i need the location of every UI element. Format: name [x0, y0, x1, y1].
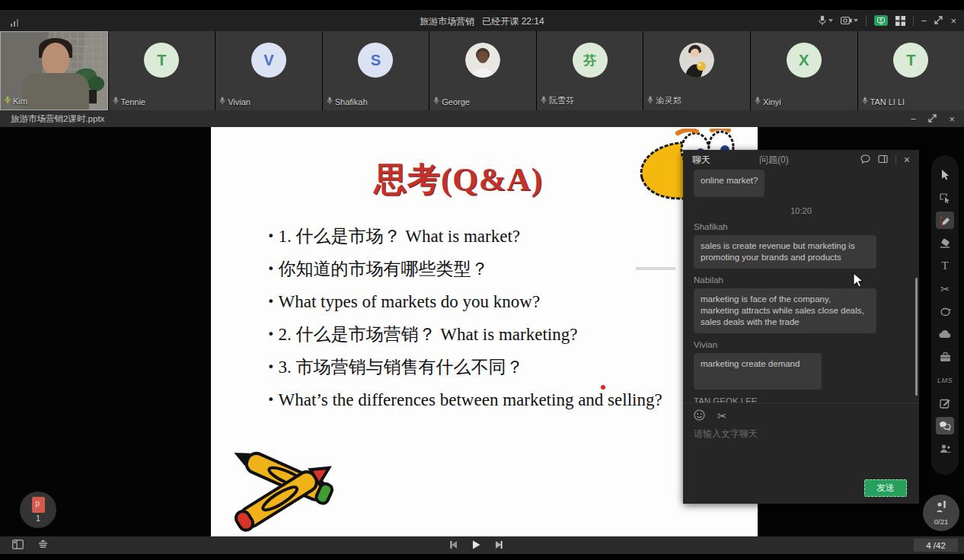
chat-panel: 聊天 问题(0) × online market? 10:20 Shafikah… [683, 150, 919, 504]
annotation-dot [601, 385, 605, 390]
participant-name: Shafikah [335, 97, 368, 107]
mouse-cursor [853, 272, 865, 291]
layout-lines-icon[interactable] [37, 539, 49, 552]
participant-name: Tennie [121, 97, 145, 107]
eraser-icon[interactable] [936, 234, 954, 252]
participant-tile-shafikah[interactable]: S Shafikah [323, 31, 429, 110]
raise-hand-count: 0/21 [934, 517, 949, 526]
mic-muted-icon [862, 97, 868, 107]
participant-name: Xinyi [763, 97, 781, 107]
chat-toggle-icon[interactable] [936, 417, 954, 434]
participant-tile-george[interactable]: George [429, 31, 536, 110]
slide-bullet: What’s the differences between marketing… [267, 387, 713, 413]
screen-share-icon[interactable] [874, 15, 888, 26]
tab-questions[interactable]: 问题(0) [759, 154, 789, 167]
meeting-name: 旅游市场营销 [420, 16, 474, 27]
chat-input-field[interactable]: 请输入文字聊天 [694, 428, 758, 441]
mic-muted-icon [113, 97, 119, 107]
avatar: T [893, 43, 928, 78]
chat-close-icon[interactable]: × [904, 154, 910, 166]
cloud-icon[interactable] [936, 326, 954, 343]
chat-message-list[interactable]: online market? 10:20 Shafikah sales is c… [694, 170, 908, 402]
mic-button[interactable] [818, 15, 833, 26]
chat-sender: Vivian [694, 340, 908, 349]
divider [913, 15, 914, 26]
tab-chat[interactable]: 聊天 [692, 154, 710, 167]
doc-maximize-button[interactable] [928, 112, 937, 126]
video-person-head [42, 43, 69, 76]
laser-pointer-icon[interactable] [936, 189, 954, 206]
mic-caret-icon[interactable] [828, 19, 833, 22]
chat-message: sales is create revenue but marketing is… [694, 235, 876, 269]
avatar: V [251, 43, 286, 78]
annotate-edit-icon[interactable] [936, 394, 954, 412]
avatar: 芬 [573, 43, 608, 78]
screenshot-scissors-icon[interactable]: ✂ [717, 409, 727, 423]
gallery-view-icon[interactable] [895, 16, 905, 26]
document-window-titlebar: 旅游市场营销2课时.pptx − × [0, 110, 964, 127]
avatar: S [358, 43, 393, 78]
lms-icon[interactable]: LMS [936, 371, 954, 389]
participant-name: 阮雪芬 [549, 95, 574, 107]
cursor-tool-icon[interactable] [936, 166, 954, 183]
slide[interactable]: 思考(Q&A) 1. 什么是市场？ What is market? 你知道的市场… [211, 127, 758, 536]
participants-icon[interactable] [936, 440, 954, 457]
participant-name: TAN LI LI [870, 97, 905, 107]
text-tool-icon[interactable]: T [936, 257, 954, 275]
close-button[interactable]: × [950, 16, 956, 26]
sidebar-panel-icon[interactable] [12, 539, 24, 552]
scissors-tool-icon[interactable]: ✂ [936, 280, 954, 298]
popout-panel-icon[interactable] [878, 153, 888, 167]
toolbox-icon[interactable] [936, 348, 954, 366]
doc-minimize-button[interactable]: − [911, 113, 917, 125]
play-button[interactable] [472, 539, 480, 552]
video-bg-plant [88, 76, 104, 91]
participant-name: George [442, 97, 470, 107]
mic-muted-icon [327, 97, 333, 107]
divider [895, 155, 896, 164]
participant-tile-vivian[interactable]: V Vivian [215, 31, 322, 110]
pen-tool-icon[interactable] [936, 212, 954, 229]
crayons-clipart [211, 438, 356, 535]
presentation-bottombar: 4 /42 [0, 536, 964, 554]
chat-message: marketing is face of the company, market… [694, 288, 876, 333]
next-slide-button[interactable] [494, 539, 503, 552]
chat-bubble-icon[interactable] [860, 153, 870, 167]
slide-bullet: 3. 市场营销与销售有什么不同？ [267, 355, 713, 380]
send-button[interactable]: 发送 [864, 479, 907, 497]
participant-tile-kim[interactable]: A Kim [0, 31, 108, 110]
chat-message-partial: online market? [694, 170, 764, 197]
minimize-button[interactable]: − [921, 16, 927, 26]
participant-name: 渝灵郑 [656, 95, 681, 107]
avatar-initial: S [371, 52, 381, 69]
chat-sender: TAN GEOK LEE [694, 396, 908, 402]
participant-name: Vivian [228, 97, 251, 107]
participant-tile-tennie[interactable]: T Tennie [109, 31, 215, 110]
shared-document-button[interactable]: 1 [20, 492, 56, 528]
camera-button[interactable] [841, 16, 858, 25]
maximize-button[interactable] [934, 16, 943, 26]
slide-bullet: 2. 什么是市场营销？ What is marketing? [267, 322, 713, 348]
camera-caret-icon[interactable] [854, 19, 858, 22]
divider [866, 15, 867, 26]
avatar-initial: X [799, 52, 809, 69]
avatar: X [787, 43, 822, 78]
shared-doc-count: 1 [36, 514, 40, 523]
participant-tile-ruanxuefen[interactable]: 芬 阮雪芬 [537, 31, 643, 110]
participant-tile-xinyi[interactable]: X Xinyi [751, 31, 857, 110]
emoji-icon[interactable] [694, 409, 705, 423]
chat-header: 聊天 问题(0) × [683, 150, 919, 170]
chat-scrollbar[interactable] [915, 278, 918, 396]
mic-muted-icon [219, 97, 225, 107]
participant-tile-yulingzheng[interactable]: 渝灵郑 [643, 31, 750, 110]
participant-tile-tanlili[interactable]: T TAN LI LI [858, 31, 964, 110]
chat-sender: Shafikah [694, 222, 908, 231]
participant-name: Kim [13, 97, 27, 106]
page-indicator[interactable]: 4 /42 [914, 539, 958, 552]
doc-close-button[interactable]: × [949, 113, 955, 125]
avatar-photo [679, 43, 714, 78]
previous-slide-button[interactable] [449, 539, 458, 552]
chat-message: marketing create demand [694, 353, 822, 390]
shape-tool-icon[interactable] [936, 303, 954, 320]
raise-hand-button[interactable]: 0/21 [923, 495, 959, 531]
